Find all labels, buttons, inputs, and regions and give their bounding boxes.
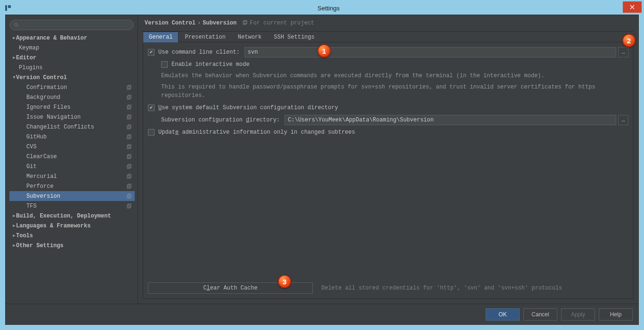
svg-rect-28: [127, 205, 130, 208]
sidebar-item-version-control[interactable]: ▼Version Control: [9, 72, 135, 82]
tree-arrow-icon[interactable]: ▶: [9, 55, 16, 60]
tab-network[interactable]: Network: [232, 32, 268, 42]
use-cli-checkbox[interactable]: [148, 49, 155, 56]
enable-interactive-checkbox[interactable]: [161, 61, 168, 68]
config-dir-input[interactable]: [285, 115, 616, 125]
sidebar: ▶Appearance & BehaviorKeymap▶EditorPlugi…: [6, 15, 138, 304]
tree-arrow-icon[interactable]: ▶: [9, 35, 16, 40]
svg-rect-18: [127, 155, 130, 159]
cli-browse-button[interactable]: …: [618, 47, 628, 57]
search-input[interactable]: [9, 20, 134, 30]
dialog-buttons: OK Cancel Apply Help: [6, 304, 638, 324]
sidebar-item-issue-navigation[interactable]: Issue Navigation: [9, 112, 135, 122]
sidebar-item-other-settings[interactable]: ▶Other Settings: [9, 241, 135, 250]
tree-arrow-icon[interactable]: ▶: [9, 213, 16, 218]
cancel-button[interactable]: Cancel: [523, 308, 557, 321]
copy-icon: [126, 174, 132, 179]
ok-button[interactable]: OK: [486, 308, 520, 321]
sidebar-item-cvs[interactable]: CVS: [9, 142, 135, 152]
config-dir-label: Subversion configuration directory:: [161, 117, 280, 123]
sidebar-item-subversion[interactable]: Subversion: [9, 191, 135, 201]
tab-presentation[interactable]: Presentation: [179, 32, 231, 42]
sidebar-item-keymap[interactable]: Keymap: [9, 43, 135, 53]
sidebar-item-languages-frameworks[interactable]: ▶Languages & Frameworks: [9, 221, 135, 231]
sidebar-item-background[interactable]: Background: [9, 92, 135, 102]
search-field[interactable]: [21, 22, 130, 28]
config-dir-browse-button[interactable]: …: [618, 115, 628, 125]
tree-arrow-icon[interactable]: ▼: [9, 75, 16, 80]
svg-rect-6: [127, 96, 130, 99]
help-button[interactable]: Help: [599, 308, 633, 321]
sidebar-item-label: Tools: [16, 233, 132, 239]
interactive-desc-2: This is required to handle password/pass…: [161, 83, 628, 100]
svg-rect-8: [127, 106, 130, 109]
sidebar-item-perforce[interactable]: Perforce: [9, 181, 135, 191]
tree-arrow-icon[interactable]: ▶: [9, 233, 16, 238]
tab-panel-general: Use command line client: … Enable intera…: [143, 42, 634, 299]
svg-rect-0: [5, 5, 7, 11]
sidebar-item-plugins[interactable]: Plugins: [9, 63, 135, 72]
svg-rect-4: [127, 86, 130, 89]
breadcrumb-leaf: Subversion: [203, 20, 236, 26]
cli-path-input[interactable]: [245, 47, 616, 57]
window-title: Settings: [15, 5, 643, 12]
svg-rect-20: [127, 165, 130, 169]
tree-arrow-icon[interactable]: ▶: [9, 223, 16, 228]
annotation-3: 3: [278, 275, 291, 288]
tab-general[interactable]: General: [143, 32, 179, 42]
svg-rect-29: [128, 204, 131, 207]
svg-rect-21: [128, 164, 131, 168]
copy-icon: [242, 20, 248, 26]
sidebar-item-mercurial[interactable]: Mercurial: [9, 171, 135, 181]
tab-ssh-settings[interactable]: SSH Settings: [268, 32, 320, 42]
sidebar-item-label: Build, Execution, Deployment: [16, 213, 132, 219]
apply-button[interactable]: Apply: [561, 308, 595, 321]
use-default-dir-label: Use system default Subversion configurat…: [158, 105, 338, 111]
svg-rect-24: [127, 185, 130, 188]
tree-arrow-icon[interactable]: ▶: [9, 243, 16, 248]
close-button[interactable]: [623, 1, 642, 13]
titlebar: Settings: [1, 1, 643, 15]
copy-icon: [126, 193, 132, 199]
sidebar-item-git[interactable]: Git: [9, 161, 135, 171]
copy-icon: [126, 134, 132, 140]
svg-line-3: [17, 26, 19, 27]
sidebar-item-confirmation[interactable]: Confirmation: [9, 82, 135, 92]
sidebar-item-label: Mercurial: [26, 173, 124, 180]
svg-rect-14: [127, 136, 130, 139]
svg-rect-25: [128, 184, 131, 187]
sidebar-item-editor[interactable]: ▶Editor: [9, 53, 135, 63]
svg-rect-9: [128, 105, 131, 108]
sidebar-item-clearcase[interactable]: ClearCase: [9, 152, 135, 161]
sidebar-item-label: Other Settings: [16, 242, 132, 249]
sidebar-item-label: CVS: [26, 144, 124, 150]
sidebar-item-appearance-behavior[interactable]: ▶Appearance & Behavior: [9, 33, 135, 43]
use-default-dir-checkbox[interactable]: [148, 105, 155, 111]
sidebar-item-ignored-files[interactable]: Ignored Files: [9, 102, 135, 112]
enable-interactive-label: Enable interactive mode: [171, 61, 250, 68]
sidebar-item-changelist-conflicts[interactable]: Changelist Conflicts: [9, 122, 135, 132]
sidebar-item-label: Keymap: [19, 45, 132, 51]
sidebar-item-label: GitHub: [26, 134, 124, 140]
breadcrumb-sep-icon: ›: [197, 20, 201, 26]
svg-rect-12: [127, 126, 130, 129]
sidebar-item-label: Editor: [16, 55, 132, 61]
settings-tree: ▶Appearance & BehaviorKeymap▶EditorPlugi…: [9, 33, 135, 301]
svg-rect-13: [128, 125, 131, 128]
sidebar-item-label: Perforce: [26, 183, 124, 190]
sidebar-item-build-execution-deployment[interactable]: ▶Build, Execution, Deployment: [9, 211, 135, 221]
close-icon: [630, 5, 635, 9]
sidebar-item-github[interactable]: GitHub: [9, 132, 135, 142]
sidebar-item-tools[interactable]: ▶Tools: [9, 231, 135, 241]
content-area: Version Control › Subversion For current…: [138, 15, 638, 304]
svg-rect-23: [128, 174, 131, 177]
update-admin-checkbox[interactable]: [148, 129, 155, 136]
svg-rect-16: [127, 145, 130, 149]
svg-rect-10: [127, 116, 130, 119]
breadcrumb-root[interactable]: Version Control: [145, 20, 196, 26]
svg-rect-5: [128, 85, 131, 89]
copy-icon: [126, 95, 132, 100]
sidebar-item-label: Appearance & Behavior: [16, 35, 132, 41]
sidebar-item-tfs[interactable]: TFS: [9, 201, 135, 211]
svg-rect-17: [128, 145, 131, 148]
